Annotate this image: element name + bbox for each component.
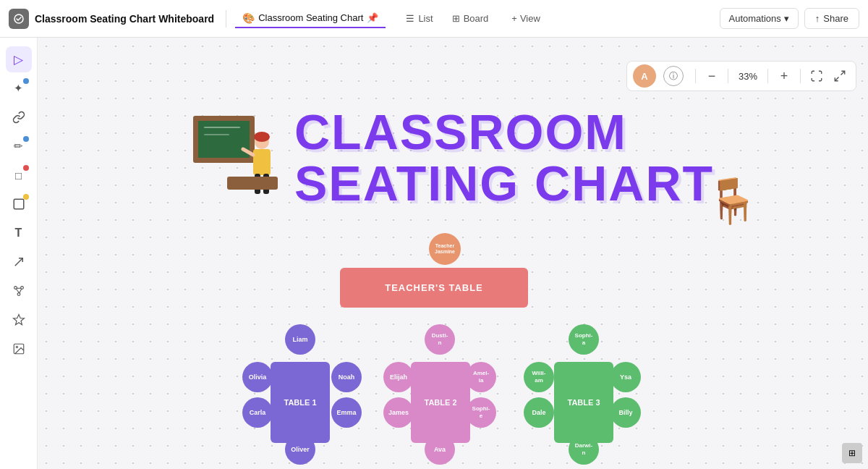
arrow-tool-button[interactable] bbox=[6, 249, 32, 275]
svg-line-7 bbox=[16, 289, 20, 293]
topbar-divider bbox=[226, 10, 226, 28]
svg-point-4 bbox=[20, 287, 23, 290]
teachers-table-label: TEACHER'S TABLE bbox=[385, 282, 483, 293]
text-tool-button[interactable]: T bbox=[6, 220, 32, 246]
student-ava[interactable]: Ava bbox=[425, 434, 455, 465]
pen-tool-button[interactable]: ✏ bbox=[6, 133, 32, 159]
title-line2: SEATING CHART bbox=[294, 158, 714, 209]
tab-pin-icon: 📌 bbox=[367, 12, 378, 23]
student-elijah[interactable]: Elijah bbox=[383, 362, 414, 392]
media-tool-button[interactable] bbox=[6, 336, 32, 362]
student-carla[interactable]: Carla bbox=[242, 397, 273, 428]
student-liam[interactable]: Liam bbox=[285, 324, 315, 355]
student-billy[interactable]: Billy bbox=[610, 397, 641, 428]
add-view-label: View bbox=[520, 13, 540, 24]
table-2-label: TABLE 2 bbox=[424, 398, 456, 407]
whiteboard-title: Classroom Seating Chart Whiteboard bbox=[35, 13, 214, 25]
svg-line-2 bbox=[14, 258, 22, 266]
svg-point-11 bbox=[16, 346, 17, 347]
ai-tool-button[interactable] bbox=[6, 307, 32, 333]
list-label: List bbox=[418, 13, 433, 24]
student-olivia[interactable]: Olivia bbox=[242, 362, 273, 392]
svg-line-17 bbox=[243, 149, 253, 155]
automations-label: Automations bbox=[729, 13, 781, 24]
student-darwin[interactable]: Darwi-n bbox=[569, 434, 599, 465]
teacher-circle[interactable]: TeacherJasmine bbox=[429, 233, 461, 265]
share-icon: ↑ bbox=[815, 13, 820, 24]
note-tool-dot bbox=[23, 194, 29, 200]
student-ysa[interactable]: Ysa bbox=[610, 362, 641, 392]
active-tab-label: Classroom Seating Chart bbox=[258, 12, 363, 23]
pen-tool-dot bbox=[23, 136, 29, 142]
student-james[interactable]: James bbox=[383, 397, 414, 428]
plus-icon: + bbox=[511, 13, 517, 24]
table-3: TABLE 3 bbox=[554, 362, 613, 443]
canvas[interactable]: A ⓘ − 33% + bbox=[38, 38, 868, 469]
list-icon: ☰ bbox=[406, 13, 414, 24]
share-button[interactable]: ↑ Share bbox=[804, 8, 859, 29]
student-emma[interactable]: Emma bbox=[331, 397, 362, 428]
list-view-link[interactable]: ☰ List bbox=[397, 9, 441, 28]
student-william[interactable]: Willi-am bbox=[524, 362, 554, 392]
board-icon: ⊞ bbox=[452, 13, 460, 24]
svg-rect-14 bbox=[253, 149, 271, 175]
left-toolbar: ▷ ✦ ✏ □ T bbox=[0, 38, 38, 469]
svg-marker-9 bbox=[13, 315, 24, 325]
svg-point-3 bbox=[14, 287, 17, 290]
teachers-table: TEACHER'S TABLE bbox=[340, 268, 528, 308]
shape-tool-button[interactable]: □ bbox=[6, 162, 32, 188]
draw-tool-button[interactable]: ✦ bbox=[6, 75, 32, 101]
classroom-title: CLASSROOM SEATING CHART bbox=[294, 106, 714, 210]
student-sophia[interactable]: Sophi-a bbox=[569, 324, 599, 355]
table-2: TABLE 2 bbox=[411, 362, 470, 443]
main-area: ▷ ✦ ✏ □ T bbox=[0, 38, 868, 469]
chair-icon: 🪑 bbox=[705, 175, 760, 227]
automations-button[interactable]: Automations ▾ bbox=[720, 8, 799, 29]
active-tab[interactable]: 🎨 Classroom Seating Chart 📌 bbox=[235, 9, 386, 28]
svg-rect-1 bbox=[14, 199, 24, 209]
student-amelia[interactable]: Amel-ia bbox=[466, 362, 496, 392]
svg-line-8 bbox=[19, 289, 21, 293]
student-sophie[interactable]: Sophi-e bbox=[466, 397, 496, 428]
teacher-circle-label: TeacherJasmine bbox=[433, 242, 456, 257]
app-icon bbox=[9, 9, 29, 29]
add-view-button[interactable]: + View bbox=[503, 9, 549, 28]
bottom-right-control[interactable]: ⊞ bbox=[842, 443, 862, 463]
canvas-content: CLASSROOM SEATING CHART 🪑 TeacherJasmine… bbox=[38, 38, 868, 469]
svg-point-13 bbox=[254, 132, 270, 142]
teacher-figure bbox=[240, 132, 284, 204]
board-label: Board bbox=[464, 13, 489, 24]
share-label: Share bbox=[823, 13, 848, 24]
chevron-down-icon: ▾ bbox=[784, 13, 789, 24]
student-oliver[interactable]: Oliver bbox=[285, 434, 315, 465]
student-dustin[interactable]: Dusti-n bbox=[425, 324, 455, 355]
connect-tool-button[interactable] bbox=[6, 278, 32, 304]
draw-tool-dot bbox=[23, 78, 29, 84]
link-tool-button[interactable] bbox=[6, 104, 32, 130]
title-line1: CLASSROOM bbox=[294, 106, 714, 158]
table-1-label: TABLE 1 bbox=[284, 398, 316, 407]
teacher-desk bbox=[227, 177, 278, 190]
table-1: TABLE 1 bbox=[271, 362, 330, 443]
student-noah[interactable]: Noah bbox=[331, 362, 362, 392]
student-dale[interactable]: Dale bbox=[524, 397, 554, 428]
board-view-link[interactable]: ⊞ Board bbox=[443, 9, 498, 28]
nav-links: ☰ List ⊞ Board bbox=[397, 9, 497, 28]
svg-point-5 bbox=[17, 293, 20, 296]
table-3-label: TABLE 3 bbox=[567, 398, 600, 407]
shape-tool-dot bbox=[23, 165, 29, 171]
tab-icon: 🎨 bbox=[242, 12, 255, 24]
select-tool-button[interactable]: ▷ bbox=[6, 46, 32, 72]
note-tool-button[interactable] bbox=[6, 191, 32, 217]
